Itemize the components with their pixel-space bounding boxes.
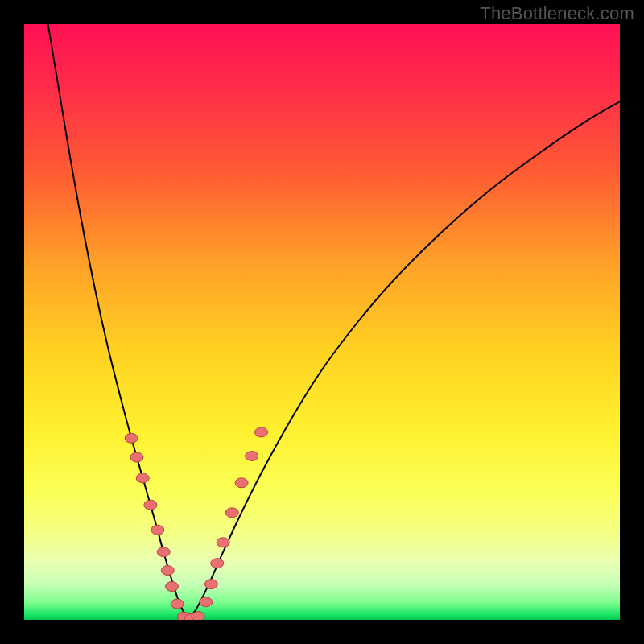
watermark-text: TheBottleneck.com bbox=[480, 3, 634, 24]
bead-marker bbox=[125, 433, 138, 443]
bead-marker bbox=[130, 452, 143, 462]
chart-frame: TheBottleneck.com bbox=[0, 0, 644, 644]
bead-marker bbox=[192, 612, 204, 620]
bead-marker bbox=[255, 427, 268, 437]
bead-marker bbox=[161, 566, 174, 576]
bead-marker bbox=[166, 582, 179, 592]
bead-marker bbox=[217, 538, 229, 547]
bead-marker bbox=[151, 525, 164, 535]
bead-marker bbox=[136, 473, 149, 483]
bead-marker bbox=[204, 580, 217, 589]
bead-marker bbox=[246, 452, 258, 461]
bead-marker bbox=[157, 547, 170, 557]
plot-area bbox=[24, 24, 620, 620]
bead-marker bbox=[235, 478, 248, 488]
bead-marker bbox=[211, 559, 224, 568]
bead-marker bbox=[225, 508, 238, 518]
bead-marker bbox=[144, 500, 157, 510]
bead-marker bbox=[171, 599, 184, 609]
bead-marker bbox=[200, 597, 213, 607]
gradient-background bbox=[24, 24, 620, 620]
chart-svg bbox=[24, 24, 620, 620]
